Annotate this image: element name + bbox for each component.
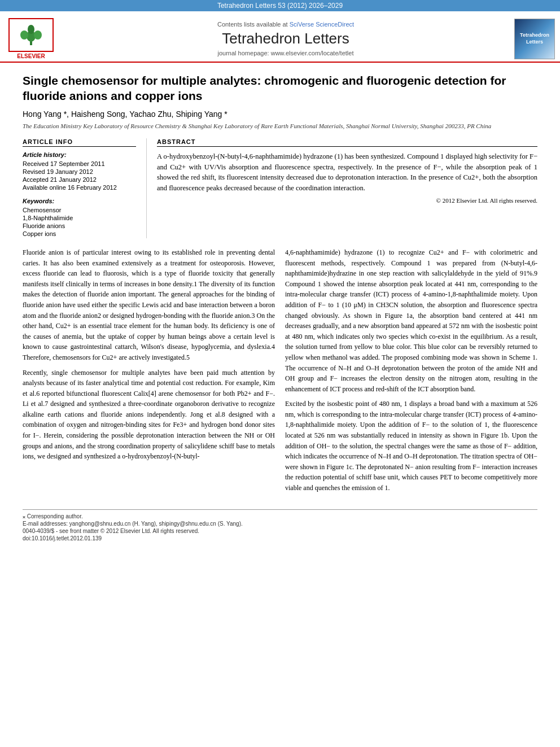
body-para-2: Recently, single chemosensor for multipl… <box>23 368 275 462</box>
elsevier-logo-box <box>8 18 54 52</box>
footer-footnote: ⁎ Corresponding author. <box>23 513 537 519</box>
article-info-col: ARTICLE INFO Article history: Received 1… <box>23 138 147 238</box>
accepted-date: Accepted 21 January 2012 <box>23 176 136 183</box>
keyword-3: Fluoride anions <box>23 222 136 229</box>
sciverse-anchor[interactable]: SciVerse ScienceDirect <box>290 21 354 28</box>
abstract-text: A o-hydroxybenzoyl-(N-butyl-4,6-naphtham… <box>157 151 537 194</box>
footer-doi: doi:10.1016/j.tetlet.2012.01.139 <box>23 535 537 541</box>
article-authors: Hong Yang *, Haisheng Song, Yachao Zhu, … <box>23 110 537 119</box>
copyright-notice: © 2012 Elsevier Ltd. All rights reserved… <box>157 197 537 204</box>
footer-email: E-mail addresses: yanghong@shnu.edu.cn (… <box>23 521 537 527</box>
journal-cover: Tetrahedron Letters <box>509 16 560 62</box>
journal-cover-box: Tetrahedron Letters <box>514 19 555 59</box>
journal-citation: Tetrahedron Letters 53 (2012) 2026–2029 <box>217 2 343 10</box>
svg-point-2 <box>20 30 28 40</box>
article-title: Single chemosensor for multiple analytes… <box>23 73 537 104</box>
abstract-col: ABSTRACT A o-hydroxybenzoyl-(N-butyl-4,6… <box>147 138 537 238</box>
revised-date: Revised 19 January 2012 <box>23 168 136 175</box>
article-affiliation: The Education Ministry Key Laboratory of… <box>23 122 537 130</box>
body-col-right: 4,6-naphthamimide) hydrazone (1) to reco… <box>285 247 537 498</box>
body-para-3: 4,6-naphthamimide) hydrazone (1) to reco… <box>285 247 537 394</box>
keyword-4: Copper ions <box>23 230 136 237</box>
body-text-left: Fluoride anion is of particular interest… <box>23 247 275 462</box>
svg-point-3 <box>34 30 42 40</box>
body-text-right: 4,6-naphthamimide) hydrazone (1) to reco… <box>285 247 537 493</box>
journal-title-area: Contents lists available at SciVerse Sci… <box>62 16 509 62</box>
elsevier-tree-icon <box>16 24 46 46</box>
journal-main-title: Tetrahedron Letters <box>222 30 349 47</box>
journal-homepage: journal homepage: www.elsevier.com/locat… <box>218 50 354 56</box>
body-col-left: Fluoride anion is of particular interest… <box>23 247 275 498</box>
article-info-abstract: ARTICLE INFO Article history: Received 1… <box>23 138 537 238</box>
elsevier-label: ELSEVIER <box>17 53 45 59</box>
keyword-1: Chemosensor <box>23 207 136 213</box>
cover-label: Tetrahedron Letters <box>517 32 552 45</box>
keywords-label: Keywords: <box>23 198 136 204</box>
article-footer: ⁎ Corresponding author. E-mail addresses… <box>23 509 537 541</box>
footer-issn: 0040-4039/$ - see front matter © 2012 El… <box>23 528 537 534</box>
elsevier-logo-area: ELSEVIER <box>0 16 62 62</box>
article-info-label: ARTICLE INFO <box>23 138 136 147</box>
keywords-list: Chemosensor 1,8-Naphthalimide Fluoride a… <box>23 207 136 237</box>
body-text-section: Fluoride anion is of particular interest… <box>23 247 537 498</box>
article-history-label: Article history: <box>23 151 136 158</box>
available-date: Available online 16 February 2012 <box>23 184 136 191</box>
body-para-4: Excited by the isosbestic point of 480 n… <box>285 399 537 493</box>
abstract-label: ABSTRACT <box>157 138 537 147</box>
svg-point-4 <box>28 25 34 34</box>
journal-top-section: ELSEVIER Contents lists available at Sci… <box>0 11 560 63</box>
article-content: Single chemosensor for multiple analytes… <box>0 63 560 553</box>
received-date: Received 17 September 2011 <box>23 160 136 167</box>
keyword-2: 1,8-Naphthalimide <box>23 215 136 221</box>
sciverse-link: Contents lists available at SciVerse Sci… <box>217 21 354 28</box>
journal-header-bar: Tetrahedron Letters 53 (2012) 2026–2029 <box>0 0 560 11</box>
body-para-1: Fluoride anion is of particular interest… <box>23 247 275 363</box>
